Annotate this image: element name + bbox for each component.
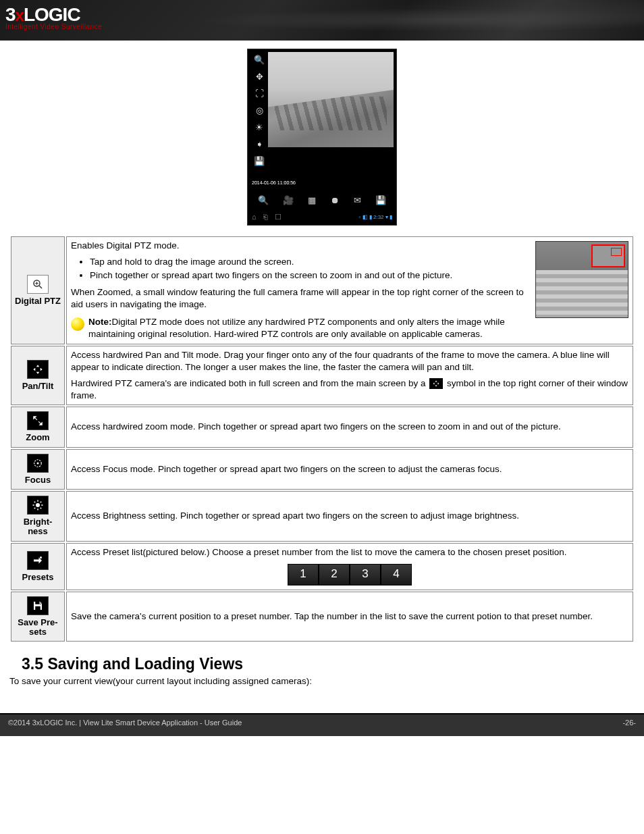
cell-brightness-icon: Bright- ness (11, 491, 65, 542)
pantilt-p2: Hardwired PTZ camera's are indicated bot… (71, 377, 628, 402)
back-icon: ⌂ (252, 213, 257, 221)
label-pantilt: Pan/Tilt (13, 382, 63, 391)
presets-arrow-icon (27, 551, 49, 570)
save-icon: 💾 (254, 156, 265, 166)
digitalptz-note: Note:Digital PTZ mode does not utilize a… (88, 316, 530, 340)
svg-line-11 (34, 502, 36, 503)
app-screenshot: 🔍 ✥ ⛶ ◎ ☀ ➧ 💾 2014-01-06 11:00:56 🔍 🎥 ▦ … (9, 49, 635, 226)
search-icon: 🔍 (258, 195, 269, 205)
cell-digitalptz-desc: Enables Digital PTZ mode. Tap and hold t… (66, 236, 633, 344)
section-heading: 3.5 Saving and Loading Views (22, 655, 635, 673)
save-disk-icon (27, 596, 49, 615)
label-brightness: Bright- ness (13, 517, 63, 537)
cell-digitalptz-icon: Digital PTZ (11, 236, 65, 344)
cell-savepresets-icon: Save Pre- sets (11, 592, 65, 642)
section-body: To save your current view(your current l… (9, 676, 635, 686)
screenshot-timestamp: 2014-01-06 11:00:56 (250, 180, 297, 186)
feature-table: Digital PTZ Enables Digital PTZ mode. Ta… (9, 235, 635, 643)
label-zoom: Zoom (13, 433, 63, 442)
cell-pantilt-icon: Pan/Tilt (11, 346, 65, 406)
cell-zoom-desc: Access hardwired zoom mode. Pinch togeth… (66, 407, 633, 447)
zoom-icon: ⛶ (255, 88, 264, 99)
label-focus: Focus (13, 475, 63, 485)
cell-pantilt-desc: Access hardwired Pan and Tilt mode. Drag… (66, 346, 633, 406)
brightness-sun-icon (27, 496, 49, 515)
cell-presets-icon: Presets (11, 543, 65, 590)
ptz-inline-icon (429, 378, 443, 389)
svg-point-15 (40, 556, 42, 558)
svg-rect-17 (35, 606, 41, 610)
svg-rect-16 (35, 602, 39, 604)
page-footer: ©2014 3xLOGIC Inc. | View Lite Smart Dev… (0, 713, 644, 736)
svg-line-1 (39, 286, 42, 288)
pantilt-p1: Access hardwired Pan and Tilt mode. Drag… (71, 349, 628, 373)
brightness-icon: ☀ (255, 122, 263, 132)
focus-target-icon (27, 454, 49, 473)
magnify-icon: 🔍 (254, 55, 265, 65)
cell-presets-desc: Access Preset list(pictured below.) Choo… (66, 543, 633, 590)
mail-icon: ✉ (354, 195, 361, 205)
svg-point-6 (36, 503, 40, 507)
pantilt-icon: ✥ (256, 72, 263, 82)
brand-logo: 3xLOGIC Intelligent Video Surveillance (0, 0, 644, 30)
cell-savepresets-desc: Save the camera's current position to a … (66, 592, 633, 642)
grid-icon: ▦ (308, 195, 316, 205)
label-savepresets: Save Pre- sets (13, 618, 63, 637)
cell-focus-desc: Access Focus mode. Pinch together or spr… (66, 449, 633, 490)
recent-icon: ☐ (275, 213, 281, 221)
svg-point-18 (39, 602, 41, 604)
cell-focus-icon: Focus (11, 449, 65, 490)
cell-zoom-icon: Zoom (11, 407, 65, 447)
label-digitalptz: Digital PTZ (13, 296, 63, 306)
home-icon: ⎗ (263, 213, 268, 221)
label-presets: Presets (13, 573, 63, 582)
screenshot-bottom-bar: 🔍 🎥 ▦ ⏺ ✉ 💾 (250, 191, 394, 209)
preset-1: 1 (288, 564, 319, 585)
presets-p: Access Preset list(pictured below.) Choo… (71, 546, 628, 558)
magnify-plus-icon (27, 275, 49, 294)
screenshot-nav-bar: ⌂⎗☐ ▫ ◧ ▮ 2:32 ▾ ▮ (248, 209, 396, 225)
digitalptz-thumbnail (535, 241, 628, 318)
preset-4: 4 (381, 564, 412, 585)
camera-icon: 🎥 (283, 195, 294, 205)
disk-icon: 💾 (375, 195, 386, 205)
pantilt-arrows-icon (27, 360, 49, 379)
screenshot-sidebar: 🔍 ✥ ⛶ ◎ ☀ ➧ 💾 (250, 52, 268, 193)
svg-point-5 (37, 462, 39, 464)
record-icon: ⏺ (331, 195, 340, 205)
preset-number-bar: 1 2 3 4 (71, 564, 628, 585)
page-header: 3xLOGIC Intelligent Video Surveillance (0, 0, 644, 41)
focus-icon: ◎ (256, 105, 263, 115)
zoom-expand-icon (27, 411, 49, 430)
preset-3: 3 (350, 564, 381, 585)
lightbulb-icon (71, 317, 84, 331)
brand-tagline: Intelligent Video Surveillance (5, 23, 644, 30)
presets-icon: ➧ (256, 139, 263, 149)
svg-line-14 (41, 502, 42, 503)
footer-page-number: -26- (622, 719, 636, 727)
footer-left: ©2014 3xLOGIC Inc. | View Lite Smart Dev… (8, 719, 242, 727)
svg-line-12 (41, 508, 42, 509)
screenshot-clock: ▫ ◧ ▮ 2:32 ▾ ▮ (358, 214, 392, 220)
preset-2: 2 (319, 564, 350, 585)
cell-brightness-desc: Access Brightness setting. Pinch togethe… (66, 491, 633, 542)
svg-line-13 (34, 508, 36, 509)
